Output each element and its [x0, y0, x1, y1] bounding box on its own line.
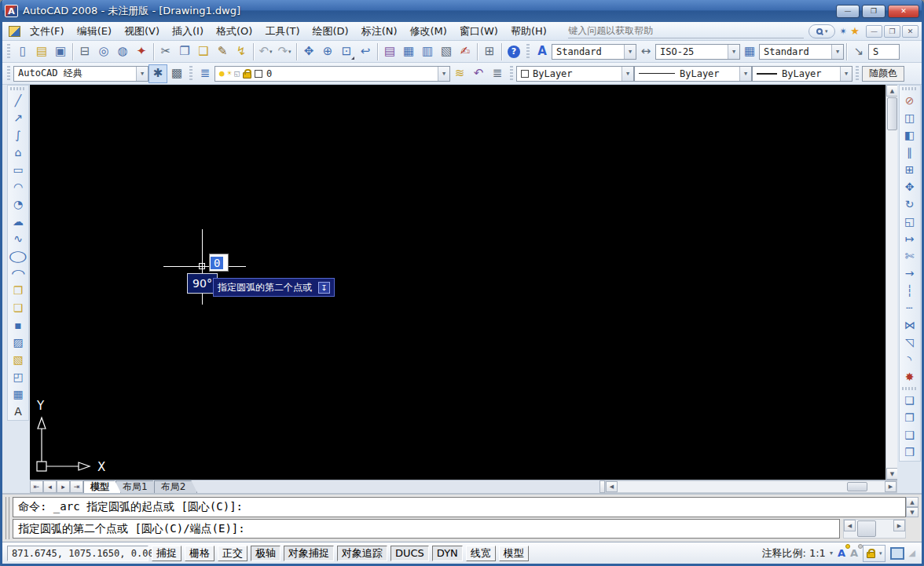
- communication-center-icon[interactable]: ✴: [839, 26, 847, 37]
- menu-item-4[interactable]: 格式(O): [210, 22, 258, 41]
- send-under-objects-button[interactable]: ❒: [900, 444, 920, 461]
- designcenter-button[interactable]: ▦: [399, 42, 418, 61]
- chevron-down-icon[interactable]: ▼: [728, 45, 739, 59]
- command-horizontal-scrollbar[interactable]: ◀ ▶: [843, 519, 906, 539]
- new-button[interactable]: ▯: [13, 42, 32, 61]
- tab-model[interactable]: 模型: [83, 480, 121, 493]
- polygon-button[interactable]: ⌂: [8, 144, 28, 161]
- toggle-ducs[interactable]: DUCS: [390, 546, 429, 561]
- menu-item-1[interactable]: 编辑(E): [71, 22, 118, 41]
- text-style-button[interactable]: A: [533, 42, 552, 61]
- scroll-right-icon[interactable]: ▶: [885, 481, 896, 492]
- my-workspace-button[interactable]: ▩: [167, 64, 186, 83]
- markup-set-manager-button[interactable]: ✍: [456, 42, 475, 61]
- revcloud-button[interactable]: ☁: [8, 213, 28, 230]
- scroll-down-icon[interactable]: ▼: [886, 468, 898, 480]
- menu-item-2[interactable]: 视图(V): [118, 22, 166, 41]
- annotation-visibility-icon[interactable]: A: [838, 547, 845, 559]
- toolbar-grip[interactable]: [902, 87, 918, 90]
- layer-lock-icon[interactable]: [243, 72, 251, 79]
- doc-close-icon[interactable]: ✕: [902, 25, 918, 38]
- zoom-realtime-button[interactable]: ⊕: [318, 42, 337, 61]
- toolbar-grip[interactable]: [7, 66, 10, 82]
- gradient-button[interactable]: ▧: [8, 351, 28, 368]
- mirror-button[interactable]: ◧: [900, 126, 920, 144]
- scrollbar-thumb[interactable]: [857, 520, 876, 537]
- toggle-grid[interactable]: 栅格: [185, 546, 214, 561]
- menu-item-9[interactable]: 窗口(W): [453, 22, 504, 41]
- scroll-right-icon[interactable]: ▶: [893, 520, 905, 531]
- menu-item-5[interactable]: 工具(T): [258, 22, 306, 41]
- toolbar-grip[interactable]: [856, 66, 859, 82]
- toolbar-grip[interactable]: [189, 66, 192, 82]
- fillet-button[interactable]: ◝: [900, 351, 920, 368]
- scroll-up-icon[interactable]: ▲: [886, 85, 898, 97]
- favorites-star-icon[interactable]: ★: [850, 25, 860, 37]
- 3d-dwf-button[interactable]: ✦: [132, 42, 151, 61]
- minimize-icon[interactable]: —: [836, 5, 860, 18]
- previous-tab-button[interactable]: ◂: [43, 480, 57, 493]
- ellipse-arc-button[interactable]: ◠: [8, 265, 28, 282]
- copy-button[interactable]: ◫: [900, 109, 920, 126]
- color-select[interactable]: ByLayer ▼: [516, 66, 634, 82]
- dynamic-input-field[interactable]: 0: [209, 254, 229, 272]
- chevron-down-icon[interactable]: ▼: [136, 67, 148, 81]
- bring-to-front-button[interactable]: ❏: [900, 392, 920, 409]
- arc-button[interactable]: ◠: [8, 178, 28, 195]
- publish-button[interactable]: ◍: [113, 42, 132, 61]
- toggle-snap[interactable]: 捕捉: [152, 546, 182, 561]
- doc-minimize-icon[interactable]: —: [866, 25, 882, 38]
- ellipse-button[interactable]: ◯: [8, 247, 28, 265]
- match-properties-button[interactable]: ✎: [213, 42, 232, 61]
- multileader-style-select[interactable]: S: [868, 44, 900, 60]
- toggle-model[interactable]: 模型: [499, 546, 529, 561]
- scroll-left-icon[interactable]: ◀: [844, 520, 856, 531]
- menu-item-6[interactable]: 绘图(D): [306, 22, 355, 41]
- chevron-down-icon[interactable]: ▼: [622, 67, 633, 81]
- polyline-button[interactable]: ∫: [8, 126, 28, 144]
- toggle-ortho[interactable]: 正交: [218, 546, 248, 561]
- dim-style-select[interactable]: ISO-25 ▼: [655, 44, 740, 60]
- toggle-dyn[interactable]: DYN: [432, 546, 463, 561]
- tool-palettes-button[interactable]: ▥: [418, 42, 437, 61]
- maximize-icon[interactable]: ❐: [862, 5, 886, 18]
- chevron-down-icon[interactable]: ▼: [840, 67, 852, 81]
- dim-style-button[interactable]: ↔: [636, 42, 655, 61]
- drawing-file-icon[interactable]: [9, 26, 20, 37]
- command-history-scrollbar[interactable]: ▲ ▼: [906, 497, 918, 517]
- toolbar-lock-button[interactable]: ▾: [863, 545, 886, 562]
- tab-layout2[interactable]: 布局2: [154, 480, 198, 493]
- command-history[interactable]: 命令: _arc 指定圆弧的起点或 [圆心(C)]:: [13, 497, 906, 517]
- scrollbar-track[interactable]: [876, 520, 893, 538]
- tab-layout1[interactable]: 布局1: [116, 480, 160, 493]
- quickcalc-button[interactable]: ⊞: [480, 42, 499, 61]
- text-style-select[interactable]: Standard ▼: [552, 44, 636, 60]
- layer-color-swatch[interactable]: [255, 70, 262, 78]
- bring-above-objects-button[interactable]: ❑: [900, 426, 920, 444]
- mtext-button[interactable]: A: [8, 403, 28, 420]
- workspace-settings-button[interactable]: ✱: [148, 64, 167, 83]
- scrollbar-track[interactable]: [886, 131, 897, 468]
- chevron-down-icon[interactable]: ▼: [624, 45, 636, 59]
- coordinate-readout[interactable]: 871.6745, 1075.1650, 0.0000: [7, 546, 148, 561]
- open-button[interactable]: ▤: [32, 42, 51, 61]
- next-tab-button[interactable]: ▸: [57, 480, 70, 493]
- tab-scrollbar-splitter[interactable]: [600, 480, 605, 493]
- command-window-grip[interactable]: [6, 497, 9, 539]
- zoom-window-button[interactable]: ⊡: [337, 42, 356, 61]
- properties-button[interactable]: ▤: [380, 42, 399, 61]
- doc-restore-icon[interactable]: ❐: [884, 25, 900, 38]
- help-search-input[interactable]: [568, 24, 804, 38]
- dropdown-arrow-icon[interactable]: ▾: [288, 49, 292, 55]
- layer-on-bulb-icon[interactable]: ●: [219, 68, 225, 79]
- point-button[interactable]: ▪: [8, 316, 28, 334]
- toggle-polar[interactable]: 极轴: [251, 546, 280, 561]
- menu-item-0[interactable]: 文件(F): [24, 22, 71, 41]
- workspace-select[interactable]: AutoCAD 经典 ▼: [13, 66, 148, 82]
- rectangle-button[interactable]: ▭: [8, 161, 28, 178]
- toolbar-grip[interactable]: [510, 66, 513, 82]
- annotation-scale-control[interactable]: 注释比例: 1:1 ▾: [762, 546, 833, 561]
- hatch-button[interactable]: ▨: [8, 334, 28, 351]
- chamfer-button[interactable]: ◹: [900, 334, 920, 351]
- break-at-point-button[interactable]: ┆: [900, 282, 920, 299]
